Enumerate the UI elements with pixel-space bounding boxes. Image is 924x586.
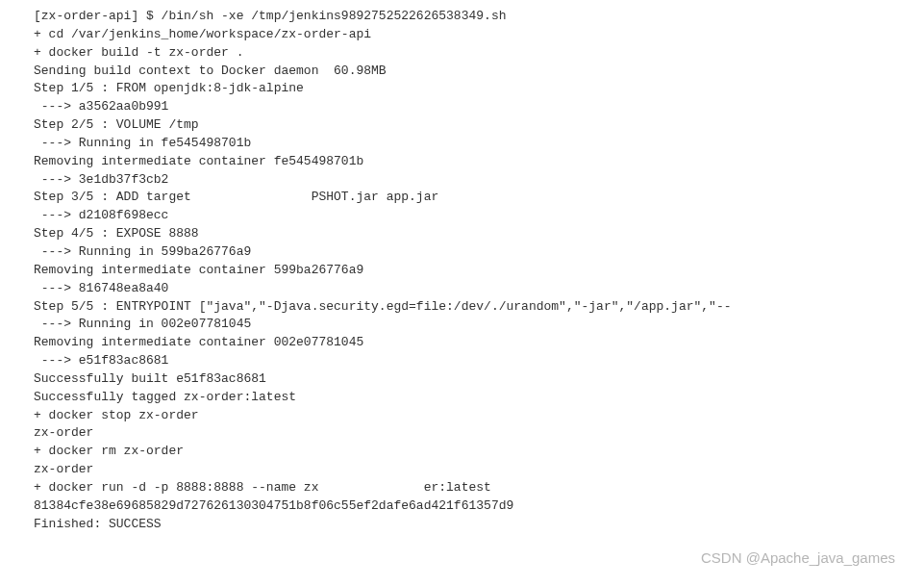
console-line: Step 2/5 : VOLUME /tmp xyxy=(34,116,905,135)
console-line: ---> e51f83ac8681 xyxy=(34,352,905,370)
console-line: Finished: SUCCESS xyxy=(34,516,905,534)
console-line: 81384cfe38e69685829d727626130304751b8f06… xyxy=(34,497,905,516)
console-line: ---> Running in 002e07781045 xyxy=(34,316,905,334)
console-line: + cd /var/jenkins_home/workspace/zx-orde… xyxy=(34,26,905,44)
console-line: Successfully built e51f83ac8681 xyxy=(34,370,905,389)
console-line: + docker run -d -p 8888:8888 --name zx e… xyxy=(34,479,905,497)
console-line: Sending build context to Docker daemon 6… xyxy=(34,63,905,81)
console-line: ---> a3562aa0b991 xyxy=(34,98,905,116)
console-line: zx-order xyxy=(34,461,905,479)
console-line: Step 1/5 : FROM openjdk:8-jdk-alpine xyxy=(34,80,905,98)
console-line: + docker stop zx-order xyxy=(34,407,905,425)
console-line: + docker build -t zx-order . xyxy=(34,44,905,63)
console-line: Step 5/5 : ENTRYPOINT ["java","-Djava.se… xyxy=(34,298,905,317)
watermark: CSDN @Apache_java_games xyxy=(701,548,895,569)
console-line: Successfully tagged zx-order:latest xyxy=(34,389,905,407)
console-line: ---> 816748ea8a40 xyxy=(34,280,905,298)
console-line: Step 4/5 : EXPOSE 8888 xyxy=(34,225,905,243)
console-line: ---> 3e1db37f3cb2 xyxy=(34,171,905,190)
console-output: [zx-order-api] $ /bin/sh -xe /tmp/jenkin… xyxy=(34,8,905,533)
console-line: Removing intermediate container fe545498… xyxy=(34,153,905,171)
console-line: + docker rm zx-order xyxy=(34,443,905,461)
console-line: zx-order xyxy=(34,424,905,443)
console-line: Removing intermediate container 002e0778… xyxy=(34,334,905,352)
console-line: Step 3/5 : ADD target PSHOT.jar app.jar xyxy=(34,189,905,207)
console-line: Removing intermediate container 599ba267… xyxy=(34,262,905,280)
console-line: ---> Running in fe545498701b xyxy=(34,135,905,153)
console-line: ---> Running in 599ba26776a9 xyxy=(34,243,905,262)
console-line: ---> d2108f698ecc xyxy=(34,207,905,225)
console-line: [zx-order-api] $ /bin/sh -xe /tmp/jenkin… xyxy=(34,8,905,26)
